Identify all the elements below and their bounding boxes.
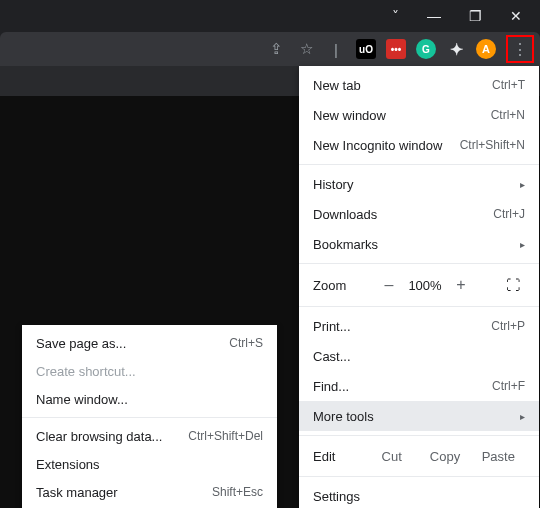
zoom-label: Zoom: [313, 278, 375, 293]
ublock-extension-icon[interactable]: uO: [356, 39, 376, 59]
grammarly-extension-icon[interactable]: G: [416, 39, 436, 59]
minimize-button[interactable]: —: [427, 8, 441, 24]
lastpass-extension-icon[interactable]: •••: [386, 39, 406, 59]
fullscreen-icon[interactable]: ⛶: [501, 277, 525, 293]
zoom-value: 100%: [403, 278, 447, 293]
bookmarks-bar: [0, 66, 299, 96]
submenu-extensions[interactable]: Extensions: [22, 450, 277, 478]
profile-avatar[interactable]: A: [476, 39, 496, 59]
paste-button[interactable]: Paste: [472, 449, 525, 464]
menu-settings[interactable]: Settings: [299, 481, 539, 508]
edit-label: Edit: [313, 449, 365, 464]
menu-new-window[interactable]: New windowCtrl+N: [299, 100, 539, 130]
submenu-name-window[interactable]: Name window...: [22, 385, 277, 413]
submenu-task-manager[interactable]: Task managerShift+Esc: [22, 478, 277, 506]
submenu-clear-browsing-data[interactable]: Clear browsing data...Ctrl+Shift+Del: [22, 422, 277, 450]
share-icon[interactable]: ⇪: [266, 39, 286, 59]
menu-new-incognito[interactable]: New Incognito windowCtrl+Shift+N: [299, 130, 539, 160]
copy-button[interactable]: Copy: [418, 449, 471, 464]
menu-print[interactable]: Print...Ctrl+P: [299, 311, 539, 341]
submenu-create-shortcut: Create shortcut...: [22, 357, 277, 385]
chrome-main-menu: New tabCtrl+T New windowCtrl+N New Incog…: [299, 66, 539, 508]
close-button[interactable]: ✕: [510, 8, 522, 24]
menu-history[interactable]: History▸: [299, 169, 539, 199]
menu-downloads[interactable]: DownloadsCtrl+J: [299, 199, 539, 229]
zoom-in-button[interactable]: +: [447, 276, 475, 294]
chevron-right-icon: ▸: [520, 179, 525, 190]
extensions-puzzle-icon[interactable]: ✦: [446, 39, 466, 59]
chevron-right-icon: ▸: [520, 239, 525, 250]
cut-button[interactable]: Cut: [365, 449, 418, 464]
zoom-out-button[interactable]: –: [375, 276, 403, 294]
menu-cast[interactable]: Cast...: [299, 341, 539, 371]
menu-dots-button[interactable]: ⋮: [506, 35, 534, 63]
more-tools-submenu: Save page as...Ctrl+S Create shortcut...…: [22, 325, 277, 508]
separator: |: [326, 39, 346, 59]
menu-edit-row: Edit Cut Copy Paste: [299, 440, 539, 472]
menu-zoom-row: Zoom – 100% + ⛶: [299, 268, 539, 302]
browser-toolbar: ⇪ ☆ | uO ••• G ✦ A ⋮: [0, 32, 540, 66]
menu-more-tools[interactable]: More tools▸: [299, 401, 539, 431]
submenu-save-page-as[interactable]: Save page as...Ctrl+S: [22, 329, 277, 357]
chevron-right-icon: ▸: [520, 411, 525, 422]
menu-bookmarks[interactable]: Bookmarks▸: [299, 229, 539, 259]
chevron-down-icon[interactable]: ˅: [392, 8, 399, 24]
maximize-button[interactable]: ❐: [469, 8, 482, 24]
menu-find[interactable]: Find...Ctrl+F: [299, 371, 539, 401]
bookmark-star-icon[interactable]: ☆: [296, 39, 316, 59]
menu-new-tab[interactable]: New tabCtrl+T: [299, 70, 539, 100]
